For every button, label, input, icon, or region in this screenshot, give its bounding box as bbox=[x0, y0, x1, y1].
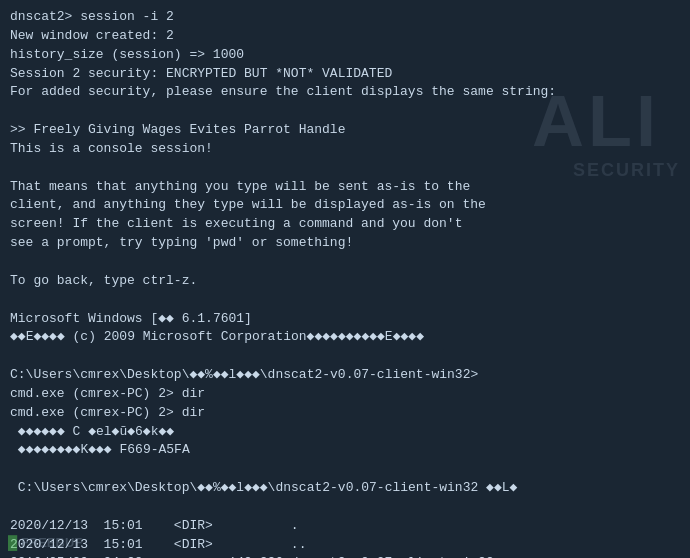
terminal-line: Session 2 security: ENCRYPTED BUT *NOT* … bbox=[10, 65, 680, 84]
terminal-line: New window created: 2 bbox=[10, 27, 680, 46]
terminal-line: To go back, type ctrl-z. bbox=[10, 272, 680, 291]
terminal-line: For added security, please ensure the cl… bbox=[10, 83, 680, 102]
terminal-line: C:\Users\cmrex\Desktop\◆◆%◆◆l◆◆◆\dnscat2… bbox=[10, 366, 680, 385]
terminal-line: This is a console session! bbox=[10, 140, 680, 159]
terminal-line: ◆◆◆◆◆◆ C ◆el◆ũ◆6◆k◆◆ bbox=[10, 423, 680, 442]
terminal-line bbox=[10, 291, 680, 310]
terminal-line: ◆◆◆◆◆◆◆◆K◆◆◆ F669-A5FA bbox=[10, 441, 680, 460]
terminal-line bbox=[10, 102, 680, 121]
terminal-line: cmd.exe (cmrex-PC) 2> dir bbox=[10, 385, 680, 404]
terminal-line: dnscat2> session -i 2 bbox=[10, 8, 680, 27]
terminal-line: history_size (session) => 1000 bbox=[10, 46, 680, 65]
terminal-line: 2020/12/13 15:01 <DIR> .. bbox=[10, 536, 680, 555]
terminal: dnscat2> session -i 2New window created:… bbox=[0, 0, 690, 558]
terminal-line bbox=[10, 460, 680, 479]
terminal-line bbox=[10, 159, 680, 178]
terminal-line: Microsoft Windows [◆◆ 6.1.7601] bbox=[10, 310, 680, 329]
terminal-line: see a prompt, try typing 'pwd' or someth… bbox=[10, 234, 680, 253]
terminal-line: client, and anything they type will be d… bbox=[10, 196, 680, 215]
terminal-line: 2020/12/13 15:01 <DIR> . bbox=[10, 517, 680, 536]
terminal-line bbox=[10, 253, 680, 272]
terminal-line: screen! If the client is executing a com… bbox=[10, 215, 680, 234]
terminal-line bbox=[10, 498, 680, 517]
terminal-line: That means that anything you type will b… bbox=[10, 178, 680, 197]
terminal-line: cmd.exe (cmrex-PC) 2> dir bbox=[10, 404, 680, 423]
terminal-line: C:\Users\cmrex\Desktop\◆◆%◆◆l◆◆◆\dnscat2… bbox=[10, 479, 680, 498]
terminal-line: ◆◆E◆◆◆◆ (c) 2009 Microsoft Corporation◆◆… bbox=[10, 328, 680, 347]
terminal-line: >> Freely Giving Wages Evites Parrot Han… bbox=[10, 121, 680, 140]
terminal-line bbox=[10, 347, 680, 366]
terminal-output: dnscat2> session -i 2New window created:… bbox=[10, 8, 680, 558]
terminal-line: 2016/05/29 04:38 142,336 dnscat2-v0.07-c… bbox=[10, 554, 680, 558]
